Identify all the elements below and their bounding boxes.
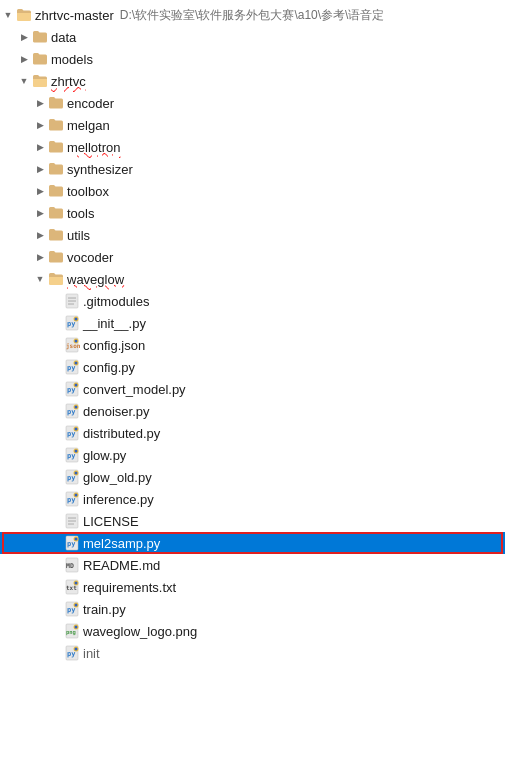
folder-icon [48,95,64,111]
tree-item-root[interactable]: zhrtvc-masterD:\软件实验室\软件服务外包大赛\a10\参考\语音… [0,4,505,26]
file-icon-file-py: py [64,359,80,375]
item-label: mel2samp.py [83,536,160,551]
tree-item-config_py[interactable]: py config.py [0,356,505,378]
item-label: distributed.py [83,426,160,441]
item-label: glow.py [83,448,126,463]
chevron-icon[interactable] [32,139,48,155]
tree-item-zhrtvc[interactable]: zhrtvc [0,70,505,92]
item-label: init [83,646,100,661]
tree-item-init2[interactable]: py init [0,642,505,664]
svg-point-57 [75,604,78,607]
chevron-icon[interactable] [32,117,48,133]
item-label: utils [67,228,90,243]
item-label: inference.py [83,492,154,507]
item-label: train.py [83,602,126,617]
folder-icon [32,29,48,45]
tree-item-utils[interactable]: utils [0,224,505,246]
file-icon-file-py: py [64,469,80,485]
file-icon-file-py: py [64,425,80,441]
tree-item-readme_md[interactable]: MD README.md [0,554,505,576]
tree-item-toolbox[interactable]: toolbox [0,180,505,202]
folder-icon [32,51,48,67]
svg-point-27 [75,428,78,431]
chevron-icon[interactable] [16,51,32,67]
chevron-icon[interactable] [16,29,32,45]
tree-item-glow_py[interactable]: py glow.py [0,444,505,466]
svg-point-15 [75,362,78,365]
file-icon-file-py: py [64,601,80,617]
folder-icon [48,249,64,265]
item-label: README.md [83,558,160,573]
tree-item-waveglow[interactable]: waveglow [0,268,505,290]
folder-icon [48,161,64,177]
folder-icon [48,183,64,199]
svg-point-65 [75,648,78,651]
chevron-icon[interactable] [32,161,48,177]
item-label: waveglow [67,272,124,287]
chevron-icon[interactable] [0,7,16,23]
file-icon-file-img: png [64,623,80,639]
item-label: config.json [83,338,145,353]
svg-point-53 [75,582,78,585]
chevron-icon[interactable] [32,205,48,221]
chevron-icon[interactable] [16,73,32,89]
svg-point-35 [75,472,78,475]
tree-item-mellotron[interactable]: mellotron [0,136,505,158]
file-icon-file-md: MD [64,557,80,573]
file-icon-file-plain [64,513,80,529]
svg-point-31 [75,450,78,453]
folder-icon [48,139,64,155]
item-label: waveglow_logo.png [83,624,197,639]
tree-item-vocoder[interactable]: vocoder [0,246,505,268]
item-label: data [51,30,76,45]
tree-item-denoiser_py[interactable]: py denoiser.py [0,400,505,422]
chevron-icon[interactable] [32,95,48,111]
tree-item-convert_model_py[interactable]: py convert_model.py [0,378,505,400]
item-label: zhrtvc-master [35,8,114,23]
file-icon-file-py: py [64,381,80,397]
item-label: config.py [83,360,135,375]
tree-item-gitmodules[interactable]: .gitmodules [0,290,505,312]
chevron-icon[interactable] [32,227,48,243]
svg-point-23 [75,406,78,409]
svg-point-19 [75,384,78,387]
svg-text:MD: MD [66,562,74,570]
svg-point-47 [75,538,78,541]
svg-point-7 [75,318,78,321]
file-icon-file-json: json [64,337,80,353]
tree-item-inference_py[interactable]: py inference.py [0,488,505,510]
file-icon-file-py: py [64,315,80,331]
item-label: mellotron [67,140,120,155]
folder-icon [48,117,64,133]
tree-item-mel2samp_py[interactable]: py mel2samp.py [0,532,505,554]
tree-item-synthesizer[interactable]: synthesizer [0,158,505,180]
tree-item-encoder[interactable]: encoder [0,92,505,114]
tree-item-requirements_txt[interactable]: txt requirements.txt [0,576,505,598]
tree-item-data[interactable]: data [0,26,505,48]
chevron-icon[interactable] [32,183,48,199]
tree-item-train_py[interactable]: py train.py [0,598,505,620]
tree-item-license[interactable]: LICENSE [0,510,505,532]
file-icon-file-py: py [64,403,80,419]
file-icon-file-plain [64,293,80,309]
tree-item-init_py[interactable]: py __init__.py [0,312,505,334]
item-label: denoiser.py [83,404,150,419]
svg-point-39 [75,494,78,497]
tree-item-melgan[interactable]: melgan [0,114,505,136]
item-label: models [51,52,93,67]
item-label: tools [67,206,94,221]
folder-icon [48,271,64,287]
tree-item-models[interactable]: models [0,48,505,70]
item-label: encoder [67,96,114,111]
file-icon-file-py: py [64,535,80,551]
tree-item-glow_old_py[interactable]: py glow_old.py [0,466,505,488]
tree-item-distributed_py[interactable]: py distributed.py [0,422,505,444]
chevron-icon[interactable] [32,271,48,287]
tree-item-config_json[interactable]: json config.json [0,334,505,356]
tree-item-tools[interactable]: tools [0,202,505,224]
item-label: .gitmodules [83,294,149,309]
chevron-icon[interactable] [32,249,48,265]
folder-icon [32,73,48,89]
tree-item-waveglow_logo_png[interactable]: png waveglow_logo.png [0,620,505,642]
item-label: glow_old.py [83,470,152,485]
